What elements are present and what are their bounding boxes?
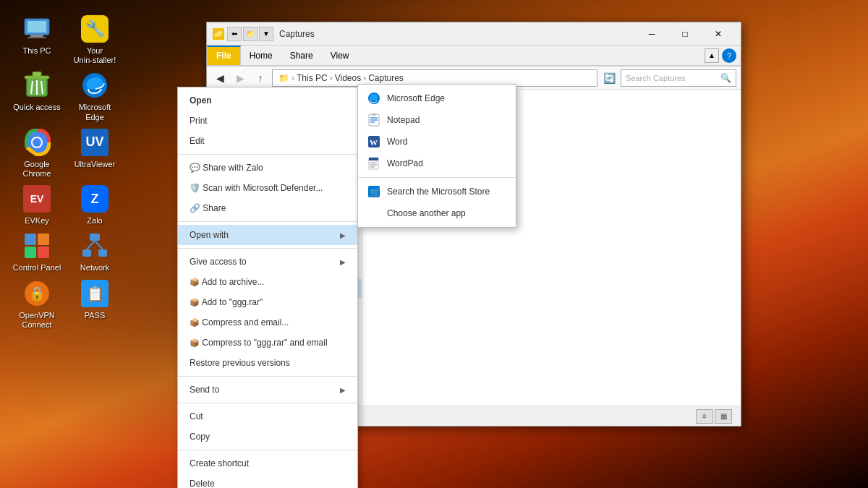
tab-home[interactable]: Home [241, 46, 281, 65]
quick-access-btn-2[interactable]: 📁 [243, 27, 258, 41]
svg-rect-18 [90, 234, 100, 241]
sub-notepad-label: Notepad [387, 115, 420, 125]
sub-edge[interactable]: Microsoft Edge [358, 87, 516, 109]
sub-word-label: Word [387, 137, 407, 147]
desktop: This PC 🔧 YourUnin-staller! [0, 0, 868, 488]
ctx-copy[interactable]: Copy [178, 427, 357, 447]
ctx-add-ggg[interactable]: 📦 Add to "ggg.rar" [178, 292, 357, 312]
maximize-button[interactable]: □ [668, 22, 702, 46]
path-segment-3[interactable]: Captures [368, 73, 404, 83]
desktop-icon-label: Google Chrome [11, 160, 63, 179]
svg-rect-15 [38, 234, 49, 245]
ctx-send-to-arrow: ▶ [340, 386, 346, 394]
ctx-open[interactable]: Open [178, 90, 357, 111]
wordpad-icon [367, 156, 381, 171]
svg-rect-2 [30, 35, 43, 37]
sub-notepad[interactable]: Notepad [358, 109, 516, 131]
desktop-icon-network[interactable]: Network [69, 231, 121, 273]
word-icon: W [367, 134, 381, 149]
desktop-icon-chrome[interactable]: Google Chrome [11, 128, 63, 179]
ctx-sep1 [178, 154, 357, 155]
close-button[interactable]: ✕ [702, 22, 735, 46]
quick-access-btn-3[interactable]: ▼ [259, 27, 273, 41]
ctx-edit[interactable]: Edit [178, 131, 357, 151]
desktop-icon-pass[interactable]: 📋 PASS [69, 279, 121, 330]
ctx-add-archive[interactable]: 📦 Add to archive... [178, 272, 357, 292]
desktop-icon-this-pc[interactable]: This PC [11, 14, 63, 65]
desktop-icon-evkey[interactable]: EV EVKey [11, 184, 63, 226]
tab-share[interactable]: Share [281, 46, 322, 65]
desktop-icon-label: Network [80, 263, 109, 273]
desktop-icon-label: OpenVPN Connect [11, 311, 63, 330]
sub-wordpad[interactable]: WordPad [358, 153, 516, 174]
view-btn-list[interactable]: ≡ [696, 409, 713, 424]
sub-edge-label: Microsoft Edge [387, 93, 445, 103]
sub-wordpad-label: WordPad [387, 158, 423, 168]
help-button[interactable]: ? [722, 48, 736, 63]
path-segment-1[interactable]: This PC [297, 73, 328, 83]
open-with-submenu: Microsoft Edge Notepad W Wor [357, 84, 516, 228]
desktop-icon-edge[interactable]: Microsoft Edge [69, 71, 121, 121]
ctx-scan-defender[interactable]: 🛡️ Scan with Microsoft Defender... [178, 178, 357, 198]
desktop-icon-label: EVKey [25, 216, 49, 226]
sub-ms-store[interactable]: 🛒 Search the Microsoft Store [358, 181, 516, 202]
desktop-icon-label: Zalo [87, 216, 102, 226]
path-segment-2[interactable]: Videos [335, 73, 361, 83]
refresh-button[interactable]: 🔄 [600, 69, 618, 87]
ribbon: File Home Share View ▲ ? [207, 46, 741, 67]
forward-button[interactable]: ▶ [231, 69, 249, 87]
svg-rect-14 [25, 234, 36, 245]
ctx-sep3 [178, 248, 357, 249]
title-bar: 📁 ⬅ 📁 ▼ Captures ─ □ ✕ [207, 22, 741, 46]
ctx-give-access[interactable]: Give access to ▶ [178, 252, 357, 272]
desktop-icon-recycle-bin[interactable]: Quick access [11, 71, 63, 121]
tab-view[interactable]: View [322, 46, 358, 65]
svg-rect-19 [82, 249, 91, 257]
svg-rect-6 [33, 72, 41, 77]
ctx-cut[interactable]: Cut [178, 406, 357, 427]
desktop-icon-ultraviewer[interactable]: UV UltraViewer [69, 128, 121, 179]
search-icon: 🔍 [720, 73, 731, 83]
ctx-restore-versions[interactable]: Restore previous versions [178, 353, 357, 373]
ctx-send-to[interactable]: Send to ▶ [178, 380, 357, 400]
sub-choose-app-label: Choose another app [387, 208, 466, 218]
desktop-icon-control-panel[interactable]: Control Panel [11, 231, 63, 273]
svg-rect-34 [369, 158, 378, 160]
quick-access-btn-1[interactable]: ⬅ [227, 27, 242, 41]
ctx-sep2 [178, 221, 357, 222]
desktop-icon-openvpn[interactable]: 🔒 OpenVPN Connect [11, 279, 63, 330]
desktop-icon-uninstaller[interactable]: 🔧 YourUnin-staller! [69, 14, 121, 65]
ribbon-collapse-btn[interactable]: ▲ [705, 48, 719, 63]
ctx-sep5 [178, 403, 357, 403]
minimize-button[interactable]: ─ [635, 22, 668, 46]
ctx-compress-email[interactable]: 📦 Compress and email... [178, 312, 357, 333]
ctx-open-with[interactable]: Open with ▶ [178, 225, 357, 245]
desktop-icon-label: PASS [85, 311, 106, 320]
view-btn-grid[interactable]: ▦ [715, 409, 732, 424]
ctx-compress-ggg-email[interactable]: 📦 Compress to "ggg.rar" and email [178, 333, 357, 353]
sub-sep1 [358, 177, 516, 178]
store-icon: 🛒 [367, 184, 381, 199]
tab-file[interactable]: File [207, 46, 241, 65]
svg-point-13 [33, 138, 41, 147]
ctx-delete[interactable]: Delete [178, 474, 357, 488]
ctx-share[interactable]: 🔗 Share [178, 198, 357, 218]
up-button[interactable]: ↑ [252, 69, 269, 87]
desktop-icon-zalo[interactable]: Z Zalo [69, 184, 121, 226]
desktop-icon-label: UltraViewer [75, 160, 116, 169]
svg-rect-20 [98, 249, 107, 257]
back-button[interactable]: ◀ [211, 69, 229, 87]
choose-app-icon [367, 206, 381, 221]
desktop-icon-label: Control Panel [13, 263, 61, 273]
ctx-print[interactable]: Print [178, 111, 357, 131]
search-box[interactable]: Search Captures 🔍 [621, 69, 736, 87]
ctx-sep4 [178, 376, 357, 377]
svg-rect-16 [25, 247, 36, 258]
svg-rect-27 [372, 114, 376, 116]
sub-choose-app[interactable]: Choose another app [358, 202, 516, 224]
ctx-share-zalo[interactable]: 💬 Share with Zalo [178, 158, 357, 178]
ctx-create-shortcut[interactable]: Create shortcut [178, 453, 357, 474]
svg-line-21 [87, 241, 95, 249]
ctx-give-access-arrow: ▶ [340, 258, 346, 266]
sub-word[interactable]: W Word [358, 131, 516, 153]
